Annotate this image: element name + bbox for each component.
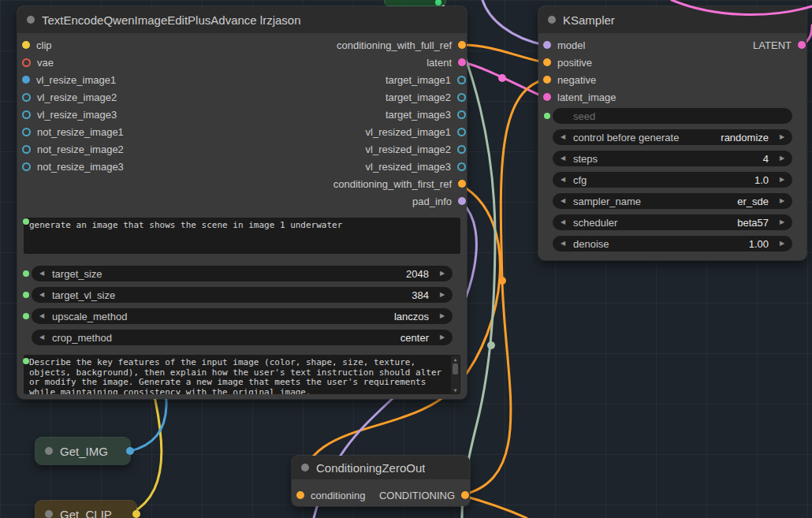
widget-crop-method[interactable]: ◀ crop_method center ▶ — [32, 330, 453, 345]
increment-arrow-icon[interactable]: ▶ — [772, 193, 792, 209]
prompt-textarea[interactable]: generate an image that shows the scene i… — [24, 218, 460, 254]
output-port-vl-resized-image2[interactable]: vl_resized_image2 — [366, 140, 466, 158]
offscreen-node-edge[interactable] — [385, 0, 445, 6]
output-port-target-image1[interactable]: target_image1 — [386, 71, 466, 88]
widget-socket-target-size[interactable] — [23, 270, 29, 277]
decrement-arrow-icon[interactable]: ◀ — [553, 193, 573, 209]
increment-arrow-icon[interactable]: ▶ — [432, 330, 453, 345]
input-port-not-resize-image1[interactable]: not_resize_image1 — [22, 123, 124, 140]
decrement-arrow-icon[interactable]: ◀ — [553, 172, 573, 188]
input-port-clip[interactable]: clip — [22, 36, 52, 54]
input-port-negative[interactable]: negative — [543, 71, 596, 88]
input-port-vl-resize-image3[interactable]: vl_resize_image3 — [22, 106, 117, 123]
widget-upscale-method[interactable]: ◀ upscale_method lanczos ▶ — [32, 308, 453, 324]
wire-midpoint-dot-sage[interactable] — [487, 341, 495, 349]
port-dot-vl-resized-image2[interactable] — [457, 145, 466, 154]
port-dot-not-resize-image1[interactable] — [22, 128, 31, 136]
widget-scheduler[interactable]: ◀ scheduler beta57 ▶ — [553, 214, 792, 230]
input-port-not-resize-image3[interactable]: not_resize_image3 — [22, 158, 124, 175]
output-port-vl-resized-image3[interactable]: vl_resized_image3 — [366, 158, 466, 175]
port-dot-vae[interactable] — [22, 58, 31, 67]
port-dot-pad-info[interactable] — [458, 197, 466, 205]
widget-socket-instruction[interactable] — [23, 358, 29, 364]
scrollbar[interactable]: ▲ ▼ — [451, 356, 460, 393]
wire-midpoint-dot-latent[interactable] — [498, 74, 506, 82]
port-dot-clip[interactable] — [22, 41, 30, 49]
node-header[interactable]: ConditioningZeroOut — [292, 456, 470, 479]
input-port-vl-resize-image2[interactable]: vl_resize_image2 — [22, 88, 117, 106]
decrement-arrow-icon[interactable]: ◀ — [553, 214, 573, 230]
input-port-not-resize-image2[interactable]: not_resize_image2 — [22, 140, 124, 158]
node-graph-canvas[interactable]: TextEncodeQwenImageEditPlusAdvance lrzja… — [0, 0, 812, 518]
scroll-down-icon[interactable]: ▼ — [454, 386, 457, 393]
increment-arrow-icon[interactable]: ▶ — [772, 151, 792, 166]
scrollbar-thumb[interactable] — [453, 363, 458, 375]
widget-steps[interactable]: ◀ steps 4 ▶ — [553, 151, 792, 166]
decrement-arrow-icon[interactable]: ◀ — [32, 330, 52, 345]
decrement-arrow-icon[interactable]: ◀ — [32, 308, 52, 324]
increment-arrow-icon[interactable]: ▶ — [432, 287, 453, 303]
collapse-dot-icon[interactable] — [27, 16, 35, 24]
port-dot-conditioning-with-first-ref[interactable] — [458, 180, 466, 188]
wire-midpoint-dot-conditioning[interactable] — [498, 277, 506, 285]
node-get-img[interactable]: Get_IMG — [35, 438, 130, 464]
decrement-arrow-icon[interactable]: ◀ — [553, 129, 573, 145]
widget-seed[interactable]: seed — [553, 108, 792, 124]
port-dot-model[interactable] — [543, 41, 551, 49]
port-dot-positive[interactable] — [543, 58, 551, 66]
port-dot-conditioning-with-full-ref[interactable] — [458, 41, 466, 49]
port-dot-get-clip-output[interactable] — [132, 510, 140, 518]
node-header[interactable]: TextEncodeQwenImageEditPlusAdvance lrzja… — [17, 6, 467, 33]
node-ksampler[interactable]: KSampler model positive negative latent_… — [538, 6, 806, 260]
instruction-textarea[interactable]: Describe the key features of the input i… — [24, 355, 460, 394]
input-port-model[interactable]: model — [543, 36, 585, 54]
widget-denoise[interactable]: ◀ denoise 1.00 ▶ — [553, 236, 792, 252]
input-port-vae[interactable]: vae — [22, 54, 54, 71]
port-dot-negative[interactable] — [543, 76, 551, 84]
output-port-conditioning-with-full-ref[interactable]: conditioning_with_full_ref — [337, 36, 466, 54]
green-output-dot[interactable] — [435, 0, 441, 6]
input-port-latent-image[interactable]: latent_image — [543, 88, 616, 106]
output-port-vl-resized-image1[interactable]: vl_resized_image1 — [366, 123, 466, 140]
output-port-target-image2[interactable]: target_image2 — [386, 88, 466, 106]
output-port-latent[interactable]: latent — [426, 54, 466, 71]
port-dot-conditioning-output[interactable] — [461, 491, 469, 499]
collapse-dot-icon[interactable] — [45, 510, 53, 518]
widget-target-vl-size[interactable]: ◀ target_vl_size 384 ▶ — [32, 287, 453, 303]
port-dot-target-image3[interactable] — [457, 110, 466, 119]
output-port-pad-info[interactable]: pad_info — [412, 192, 466, 210]
input-port-vl-resize-image1[interactable]: vl_resize_image1 — [22, 71, 116, 88]
decrement-arrow-icon[interactable]: ◀ — [553, 151, 573, 166]
increment-arrow-icon[interactable]: ▶ — [772, 172, 792, 188]
increment-arrow-icon[interactable]: ▶ — [772, 129, 792, 145]
port-dot-conditioning[interactable] — [296, 491, 304, 499]
port-dot-vl-resize-image3[interactable] — [22, 110, 31, 119]
increment-arrow-icon[interactable]: ▶ — [772, 236, 792, 252]
widget-socket-target-vl-size[interactable] — [23, 292, 29, 298]
output-port-conditioning[interactable]: CONDITIONING — [379, 486, 469, 504]
node-conditioning-zero-out[interactable]: ConditioningZeroOut conditioning CONDITI… — [292, 456, 470, 506]
port-dot-latent[interactable] — [458, 58, 466, 66]
output-port-latent[interactable]: LATENT — [753, 36, 806, 54]
node-text-encode-qwen[interactable]: TextEncodeQwenImageEditPlusAdvance lrzja… — [17, 6, 467, 399]
input-port-conditioning[interactable]: conditioning — [296, 486, 365, 504]
node-get-clip[interactable]: Get_CLIP — [35, 501, 136, 518]
wire-latent[interactable] — [463, 62, 544, 97]
increment-arrow-icon[interactable]: ▶ — [432, 308, 453, 324]
scroll-up-icon[interactable]: ▲ — [454, 356, 457, 363]
input-port-positive[interactable]: positive — [543, 54, 592, 71]
port-dot-not-resize-image3[interactable] — [22, 162, 31, 171]
output-port-target-image3[interactable]: target_image3 — [386, 106, 466, 123]
decrement-arrow-icon[interactable]: ◀ — [32, 287, 52, 303]
port-dot-vl-resized-image3[interactable] — [457, 162, 466, 171]
port-dot-latent-image[interactable] — [543, 93, 551, 101]
widget-socket-prompt[interactable] — [23, 218, 29, 225]
port-dot-target-image1[interactable] — [457, 76, 466, 84]
increment-arrow-icon[interactable]: ▶ — [432, 266, 453, 281]
port-dot-get-img-output[interactable] — [126, 447, 134, 455]
widget-sampler-name[interactable]: ◀ sampler_name er_sde ▶ — [553, 193, 792, 209]
port-dot-vl-resize-image1[interactable] — [22, 76, 30, 84]
decrement-arrow-icon[interactable]: ◀ — [32, 266, 52, 281]
widget-socket-seed[interactable] — [544, 113, 550, 119]
increment-arrow-icon[interactable]: ▶ — [772, 214, 792, 230]
